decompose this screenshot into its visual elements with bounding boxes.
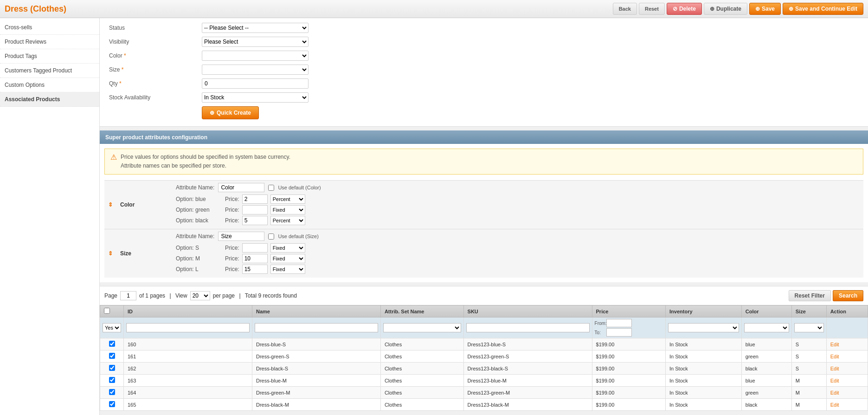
save-continue-button[interactable]: ⊕ Save and Continue Edit (783, 3, 863, 15)
filter-id-input[interactable] (126, 323, 250, 332)
config-body: ⚠ Price values for options should be spe… (100, 144, 868, 282)
row-160-attrib: Clothes (380, 338, 463, 350)
row-160-size: S (791, 338, 826, 350)
notice-icon: ⚠ (110, 153, 117, 162)
table-row: 165 Dress-black-M Clothes Dress123-black… (100, 399, 868, 411)
sidebar-item-custom-options[interactable]: Custom Options (0, 78, 99, 92)
size-select[interactable] (202, 65, 309, 75)
visibility-select[interactable]: Please Select (202, 37, 309, 47)
table-row: 163 Dress-blue-M Clothes Dress123-blue-M… (100, 375, 868, 387)
row-162-sku: Dress123-black-S (463, 363, 592, 375)
qty-row: Qty * (109, 78, 859, 89)
view-select[interactable]: 2050100 (190, 291, 210, 300)
page-input[interactable] (120, 291, 136, 300)
quick-create-button[interactable]: ⊕ Quick Create (202, 106, 259, 119)
row-160-price: $199.00 (592, 338, 666, 350)
qty-input[interactable] (202, 78, 309, 89)
duplicate-icon: ⊕ (710, 6, 714, 12)
status-select[interactable]: -- Please Select -- (202, 23, 309, 33)
filter-price-to[interactable] (606, 328, 632, 337)
size-l-price-input[interactable] (242, 265, 268, 274)
row-165-inventory: In Stock (666, 399, 742, 411)
reset-filter-button[interactable]: Reset Filter (789, 290, 831, 301)
row-165-checkbox[interactable] (109, 401, 115, 407)
filter-color-select[interactable]: bluegreenblack (744, 323, 789, 332)
color-blue-price-input[interactable] (242, 195, 268, 204)
col-inventory: Inventory (666, 305, 742, 318)
total-label: Total 9 records found (245, 292, 297, 299)
size-s-price-input[interactable] (242, 243, 268, 253)
color-attr-name: Color (116, 181, 172, 229)
color-black-price-type[interactable]: PercentFixed (270, 216, 305, 225)
filter-sku-input[interactable] (466, 323, 590, 332)
page-label: Page (104, 292, 117, 299)
size-m-price-type[interactable]: FixedPercent (270, 254, 305, 263)
row-164-edit-link[interactable]: Edit (830, 390, 839, 396)
filter-name-input[interactable] (255, 323, 378, 332)
back-button[interactable]: Back (613, 3, 637, 15)
row-162-edit-link[interactable]: Edit (830, 366, 839, 371)
sidebar-item-reviews[interactable]: Product Reviews (0, 35, 99, 49)
color-move-handle[interactable]: ⇕ (104, 181, 116, 229)
color-option-green: Option: green Price: FixedPercent (176, 205, 860, 214)
row-162-name: Dress-black-S (252, 363, 380, 375)
filter-inventory-select[interactable]: In StockOut of Stock (668, 323, 739, 332)
row-164-sku: Dress123-green-M (463, 387, 592, 399)
color-blue-price-type[interactable]: PercentFixed (270, 195, 305, 204)
row-162-checkbox[interactable] (109, 365, 115, 371)
sidebar-item-tags[interactable]: Product Tags (0, 49, 99, 64)
size-name-input[interactable] (218, 232, 264, 241)
search-filter-button[interactable]: Search (833, 290, 863, 301)
sidebar: Cross-sells Product Reviews Product Tags… (0, 18, 100, 415)
stock-label: Stock Availability (109, 94, 202, 101)
row-161-checkbox[interactable] (109, 353, 115, 359)
row-163-edit-link[interactable]: Edit (830, 378, 839, 383)
color-name-input[interactable] (218, 183, 264, 192)
filter-price-from[interactable] (606, 319, 632, 327)
sidebar-item-customers-tagged[interactable]: Customers Tagged Product (0, 64, 99, 78)
save-button[interactable]: ⊕ Save (749, 3, 781, 15)
row-160-inventory: In Stock (666, 338, 742, 350)
of-pages: of 1 pages (139, 292, 165, 299)
row-160-checkbox[interactable] (109, 341, 115, 347)
row-163-checkbox[interactable] (109, 377, 115, 383)
color-select[interactable] (202, 51, 309, 61)
sidebar-item-crosssells[interactable]: Cross-sells (0, 20, 99, 35)
color-black-price-input[interactable] (242, 216, 268, 225)
row-164-checkbox[interactable] (109, 389, 115, 395)
row-165-edit-link[interactable]: Edit (830, 402, 839, 408)
row-160-edit-link[interactable]: Edit (830, 342, 839, 347)
stock-select[interactable]: In Stock (202, 92, 309, 103)
row-165-attrib: Clothes (380, 399, 463, 411)
row-163-name: Dress-blue-M (252, 375, 380, 387)
color-green-price-type[interactable]: FixedPercent (270, 205, 305, 214)
row-164-name: Dress-green-M (252, 387, 380, 399)
color-attr-row: ⇕ Color Attribute Name: Use default (Col… (104, 181, 863, 229)
color-use-default-checkbox[interactable] (268, 185, 274, 191)
row-165-name: Dress-black-M (252, 399, 380, 411)
filter-size-select[interactable]: SML (794, 323, 824, 332)
attributes-table: ⇕ Color Attribute Name: Use default (Col… (104, 180, 863, 278)
form-section: Status -- Please Select -- Visibility Pl… (100, 18, 868, 127)
filter-price-group: From: To: (595, 319, 663, 337)
size-m-price-input[interactable] (242, 254, 268, 263)
page-header: Dress (Clothes) Back Reset ⊘ Delete ⊕ Du… (0, 0, 868, 18)
delete-button[interactable]: ⊘ Delete (667, 3, 702, 15)
color-green-price-input[interactable] (242, 205, 268, 214)
size-attr-config: Attribute Name: Use default (Size) Optio… (172, 229, 863, 278)
select-all-checkbox[interactable] (104, 308, 110, 314)
reset-button[interactable]: Reset (639, 3, 665, 15)
size-l-price-type[interactable]: FixedPercent (270, 265, 305, 274)
size-option-m: Option: M Price: FixedPercent (176, 254, 860, 263)
sidebar-item-associated-products[interactable]: Associated Products (0, 92, 99, 107)
row-165-color: black (741, 399, 791, 411)
size-move-handle[interactable]: ⇕ (104, 229, 116, 278)
size-use-default-checkbox[interactable] (268, 233, 274, 240)
filter-yes-select[interactable]: YesNo (103, 323, 121, 332)
size-s-price-type[interactable]: FixedPercent (270, 243, 305, 253)
duplicate-button[interactable]: ⊕ Duplicate (704, 3, 747, 15)
row-161-color: green (741, 350, 791, 363)
col-size: Size (791, 305, 826, 318)
row-161-edit-link[interactable]: Edit (830, 354, 839, 359)
filter-attrib-select[interactable]: Clothes (383, 323, 461, 332)
